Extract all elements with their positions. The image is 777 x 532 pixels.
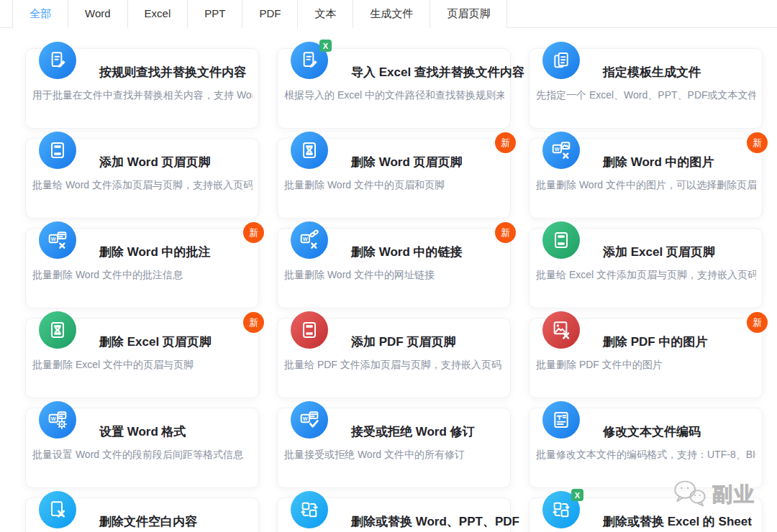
new-badge: 新 (243, 312, 264, 333)
tool-card[interactable]: W删除 Word 中的图片批量删除 Word 文件中的图片，可以选择删除页眉新 (529, 138, 763, 219)
card-description: 根据导入的 Excel 中的文件路径和查找替换规则来 (284, 89, 504, 102)
tool-card[interactable]: 删除或替换 Word、PPT、PDF (277, 497, 511, 532)
cards-grid: 按规则查找并替换文件内容用于批量在文件中查找并替换相关内容，支持 WorX导入 … (25, 48, 763, 532)
new-badge: 新 (747, 132, 768, 153)
word-link-x-icon: W (291, 221, 328, 259)
card-title: 删除或替换 Word、PPT、PDF (351, 513, 519, 530)
tool-card[interactable]: 按规则查找并替换文件内容用于批量在文件中查找并替换相关内容，支持 Wor (25, 48, 259, 129)
tool-card[interactable]: 删除 Excel 页眉页脚批量删除 Excel 文件中的页眉与页脚新 (25, 318, 259, 398)
new-badge: 新 (243, 222, 264, 243)
tab-header-footer[interactable]: 页眉页脚 (430, 0, 507, 28)
card-description: 用于批量在文件中查找并替换相关内容，支持 Wor (32, 89, 253, 102)
card-title: 添加 Excel 页眉页脚 (603, 244, 715, 260)
page-header-footer-icon (542, 221, 580, 259)
card-title: 添加 PDF 页眉页脚 (351, 334, 455, 350)
excel-x-mini-badge: X (571, 489, 583, 501)
card-description: 批量给 Excel 文件添加页眉与页脚，支持嵌入页码 (536, 269, 756, 282)
tool-card[interactable]: W删除 Word 中的链接批量删除 Word 文件中的网址链接新 (277, 228, 511, 308)
card-title: 指定模板生成文件 (603, 64, 701, 81)
new-badge: 新 (747, 312, 768, 333)
tool-card[interactable]: 添加 Excel 页眉页脚批量给 Excel 文件添加页眉与页脚，支持嵌入页码 (529, 228, 763, 308)
card-description: 批量删除 Word 文件中的页眉和页脚 (284, 179, 504, 192)
tool-card[interactable]: 删除文件空白内容 (25, 497, 259, 532)
card-description: 批量删除 PDF 文件中的图片 (536, 359, 756, 372)
svg-text:W: W (555, 146, 560, 152)
tab-list: 全部WordExcelPPTPDF文本生成文件页眉页脚 (12, 0, 777, 28)
tool-card[interactable]: 添加 Word 页眉页脚批量给 Word 文件添加页眉与页脚，支持嵌入页码 (25, 138, 259, 219)
card-title: 设置 Word 格式 (99, 423, 186, 440)
card-title: 添加 Word 页眉页脚 (99, 154, 211, 170)
word-gear-icon: W (39, 401, 76, 439)
svg-text:W: W (51, 236, 56, 242)
image-x-icon (542, 311, 580, 349)
swap-icon (291, 491, 328, 528)
tool-card[interactable]: X删除或替换 Excel 的 Sheet (529, 497, 763, 532)
tab-bar: 全部WordExcelPPTPDF文本生成文件页眉页脚 (0, 0, 777, 28)
card-title: 修改文本文件编码 (603, 423, 701, 440)
card-description: 批量删除 Word 文件中的网址链接 (284, 269, 504, 282)
card-title: 删除 Excel 页眉页脚 (99, 334, 212, 350)
card-title: 删除或替换 Excel 的 Sheet (603, 513, 752, 530)
svg-text:W: W (303, 236, 308, 242)
page-header-footer-x-icon (291, 132, 328, 169)
card-description: 批量接受或拒绝 Word 文件中的所有修订 (284, 449, 504, 462)
new-badge: 新 (495, 222, 516, 243)
tab-ppt[interactable]: PPT (188, 0, 242, 28)
tool-card[interactable]: X导入 Excel 查找并替换文件内容根据导入的 Excel 中的文件路径和查找… (277, 48, 511, 129)
card-description: 先指定一个 Excel、Word、PPT、PDF或文本文件作 (536, 89, 756, 102)
tool-card[interactable]: 指定模板生成文件先指定一个 Excel、Word、PPT、PDF或文本文件作 (529, 48, 763, 129)
tool-card[interactable]: 删除 PDF 中的图片批量删除 PDF 文件中的图片新 (529, 318, 763, 398)
card-title: 删除 Word 中的批注 (99, 244, 211, 260)
card-title: 删除 Word 中的链接 (351, 244, 463, 260)
tab-word[interactable]: Word (68, 0, 128, 28)
tool-card[interactable]: 删除 Word 页眉页脚批量删除 Word 文件中的页眉和页脚新 (277, 138, 511, 219)
card-description: 批量删除 Word 文件中的批注信息 (32, 269, 253, 282)
card-description: 批量删除 Word 文件中的图片，可以选择删除页眉 (536, 179, 756, 192)
card-title: 删除 PDF 中的图片 (603, 334, 707, 350)
page-header-footer-icon (39, 132, 76, 169)
tab-pdf[interactable]: PDF (242, 0, 298, 28)
word-image-x-icon: W (542, 132, 580, 169)
card-description: 批量给 PDF 文件添加页眉与页脚，支持嵌入页码 (284, 359, 504, 372)
doc-pencil-icon (39, 42, 76, 79)
tool-card[interactable]: 修改文本文件编码批量修改文本文件的编码格式，支持：UTF-8、BIG (529, 408, 763, 488)
tool-card[interactable]: W设置 Word 格式批量设置 Word 文件的段前段后间距等格式信息 (25, 408, 259, 488)
svg-text:W: W (51, 416, 56, 422)
file-x-icon (39, 491, 76, 528)
card-description: 批量删除 Excel 文件中的页眉与页脚 (32, 359, 253, 372)
page-header-footer-x-icon (39, 311, 76, 349)
page-header-footer-icon (291, 311, 328, 349)
doc-stack-icon (542, 42, 580, 79)
card-description: 批量给 Word 文件添加页眉与页脚，支持嵌入页码 (32, 179, 253, 192)
excel-x-mini-badge: X (319, 40, 332, 52)
card-description: 批量设置 Word 文件的段前段后间距等格式信息 (32, 449, 253, 462)
tab-excel[interactable]: Excel (128, 0, 188, 28)
card-title: 删除 Word 页眉页脚 (351, 154, 463, 170)
tab-all[interactable]: 全部 (12, 0, 68, 28)
card-title: 删除 Word 中的图片 (603, 154, 714, 170)
tool-card[interactable]: W接受或拒绝 Word 修订批量接受或拒绝 Word 文件中的所有修订 (277, 408, 511, 488)
swap-excel-icon: X (542, 491, 580, 528)
card-description: 批量修改文本文件的编码格式，支持：UTF-8、BIG (536, 449, 756, 462)
card-title: 导入 Excel 查找并替换文件内容 (351, 64, 524, 81)
card-title: 按规则查找并替换文件内容 (99, 64, 246, 81)
card-title: 删除文件空白内容 (99, 513, 197, 530)
tool-card[interactable]: W删除 Word 中的批注批量删除 Word 文件中的批注信息新 (25, 228, 259, 308)
doc-pencil-excel-icon: X (291, 42, 328, 79)
word-comment-x-icon: W (39, 221, 76, 259)
tool-card[interactable]: 添加 PDF 页眉页脚批量给 PDF 文件添加页眉与页脚，支持嵌入页码 (277, 318, 511, 398)
text-doc-icon (542, 401, 580, 439)
card-title: 接受或拒绝 Word 修订 (351, 423, 475, 440)
tab-text[interactable]: 文本 (298, 0, 353, 28)
word-check-icon: W (291, 401, 328, 439)
tab-generate-file[interactable]: 生成文件 (353, 0, 430, 28)
svg-text:W: W (303, 416, 308, 422)
new-badge: 新 (495, 132, 516, 153)
